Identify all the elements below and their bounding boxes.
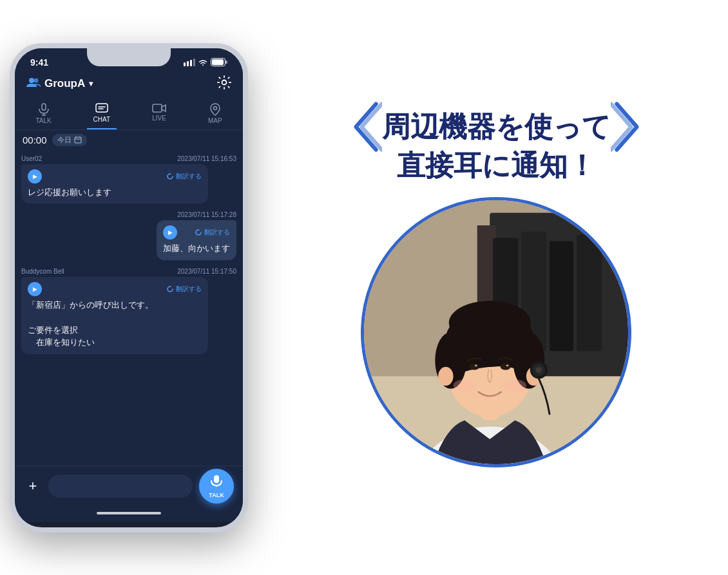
- battery-icon: [211, 58, 227, 66]
- msg-meta-buddycom: Buddycom Bell 2023/07/11 15:17:50: [21, 268, 236, 275]
- svg-rect-0: [184, 62, 186, 66]
- calendar-icon: [74, 136, 82, 144]
- bottom-bar: + TALK: [15, 466, 243, 507]
- msg-bubble-right: ▶ 翻訳する 加藤、向かいます: [157, 220, 236, 260]
- phone-shell: 9:41: [10, 43, 248, 533]
- play-button-2[interactable]: ▶: [163, 225, 177, 240]
- svg-point-8: [34, 78, 39, 82]
- message-buddycom: Buddycom Bell 2023/07/11 15:17:50 ▶: [21, 268, 236, 354]
- home-bar: [97, 512, 161, 514]
- svg-rect-18: [75, 137, 81, 143]
- microphone-icon: [37, 103, 50, 116]
- refresh-icon-3: [166, 285, 174, 293]
- chat-area: User02 2023/07/11 15:16:53 ▶ 翻訳する: [15, 150, 243, 466]
- video-icon: [152, 103, 166, 113]
- settings-icon[interactable]: [217, 75, 231, 93]
- msg-meta-user02: User02 2023/07/11 15:16:53: [21, 155, 236, 162]
- svg-point-42: [475, 364, 477, 366]
- svg-rect-30: [550, 241, 573, 351]
- app-header: GroupA ▾: [15, 71, 243, 98]
- message-right: 2023/07/11 15:17:28 ▶ 翻訳する: [21, 211, 236, 260]
- svg-point-7: [29, 78, 34, 83]
- tab-talk-label: TALK: [35, 117, 51, 124]
- tab-bar: TALK CHAT LIVE: [15, 98, 243, 130]
- tab-chat[interactable]: CHAT: [87, 100, 117, 129]
- timer-value: 00:00: [23, 135, 47, 146]
- headline-line1: 周辺機器を使って: [382, 108, 611, 146]
- talk-btn-label: TALK: [209, 492, 224, 498]
- phone-notch: [87, 48, 171, 66]
- timer-badge: 今日: [52, 134, 87, 146]
- status-time: 9:41: [30, 57, 48, 68]
- main-container: 9:41: [10, 43, 718, 533]
- play-button-3[interactable]: ▶: [28, 282, 42, 296]
- headline-wrapper: 周辺機器を使って 直接耳に通知！: [382, 108, 611, 184]
- group-name-row: GroupA ▾: [26, 77, 93, 91]
- msg-text-buddycom: 「新宿店」からの呼び出しです。 ご要件を選択 在庫を知りたい: [28, 299, 202, 349]
- svg-rect-1: [187, 61, 189, 66]
- svg-point-9: [222, 80, 227, 84]
- msg-text-right: 加藤、向かいます: [163, 242, 230, 255]
- timer-bar: 00:00 今日: [15, 130, 243, 150]
- deco-right-chevron: [611, 101, 643, 153]
- phone-mockup: 9:41: [10, 43, 248, 533]
- talk-button[interactable]: TALK: [199, 469, 234, 504]
- svg-rect-16: [153, 104, 162, 112]
- right-panel: 周辺機器を使って 直接耳に通知！: [274, 108, 718, 467]
- map-pin-icon: [210, 103, 220, 116]
- svg-rect-31: [577, 235, 602, 352]
- msg-bubble-user02: ▶ 翻訳する レジ応援お願いします: [21, 164, 208, 204]
- group-icon: [26, 77, 41, 91]
- svg-point-50: [536, 367, 542, 373]
- refresh-icon-1: [166, 173, 174, 180]
- msg-text-user02: レジ応援お願いします: [28, 186, 202, 199]
- translate-btn-3[interactable]: 翻訳する: [166, 285, 202, 294]
- plus-button[interactable]: +: [24, 478, 42, 495]
- deco-left-chevron: [350, 101, 382, 153]
- group-label: GroupA: [44, 77, 85, 90]
- person-photo: [361, 197, 631, 467]
- svg-point-17: [213, 106, 216, 109]
- svg-rect-3: [193, 59, 195, 66]
- tab-chat-label: CHAT: [93, 116, 110, 123]
- chevron-down-icon[interactable]: ▾: [89, 79, 93, 88]
- translate-btn-2[interactable]: 翻訳する: [195, 228, 230, 237]
- svg-rect-22: [214, 475, 219, 483]
- mic-icon: [211, 475, 222, 491]
- tab-talk[interactable]: TALK: [29, 100, 57, 129]
- svg-rect-5: [225, 61, 227, 64]
- svg-point-41: [501, 364, 511, 370]
- chat-icon: [95, 103, 108, 115]
- svg-rect-10: [42, 104, 46, 110]
- svg-point-45: [504, 379, 526, 392]
- tab-live[interactable]: LIVE: [146, 100, 173, 129]
- status-icons: [184, 58, 227, 66]
- msg-time-buddycom: 2023/07/11 15:17:50: [177, 268, 236, 275]
- svg-rect-2: [190, 60, 192, 66]
- svg-point-43: [506, 364, 509, 366]
- tab-live-label: LIVE: [152, 115, 166, 122]
- play-button-1[interactable]: ▶: [28, 169, 42, 184]
- svg-rect-6: [212, 59, 224, 65]
- tab-map-label: MAP: [208, 117, 222, 124]
- text-input[interactable]: [48, 475, 193, 498]
- svg-rect-13: [96, 104, 108, 112]
- msg-time-user02: 2023/07/11 15:16:53: [177, 155, 236, 162]
- headline-text: 周辺機器を使って 直接耳に通知！: [382, 108, 611, 184]
- portrait-svg: [364, 200, 628, 464]
- headline-line2: 直接耳に通知！: [382, 146, 611, 184]
- svg-point-40: [469, 364, 479, 370]
- signal-icon: [184, 59, 195, 66]
- msg-sender-buddycom: Buddycom Bell: [21, 268, 64, 275]
- msg-sender-user02: User02: [21, 155, 42, 162]
- users-icon: [26, 77, 41, 88]
- message-user02: User02 2023/07/11 15:16:53 ▶ 翻訳する: [21, 155, 236, 204]
- wifi-icon: [198, 59, 208, 66]
- home-indicator: [15, 507, 243, 522]
- svg-point-46: [438, 367, 453, 386]
- refresh-icon-2: [195, 229, 202, 236]
- msg-meta-right: 2023/07/11 15:17:28: [177, 211, 236, 218]
- msg-bubble-buddycom: ▶ 翻訳する 「新宿店」からの呼び出しです。 ご要件を選択 在庫を知りたい: [21, 277, 208, 354]
- tab-map[interactable]: MAP: [202, 100, 229, 129]
- translate-btn-1[interactable]: 翻訳する: [166, 172, 202, 181]
